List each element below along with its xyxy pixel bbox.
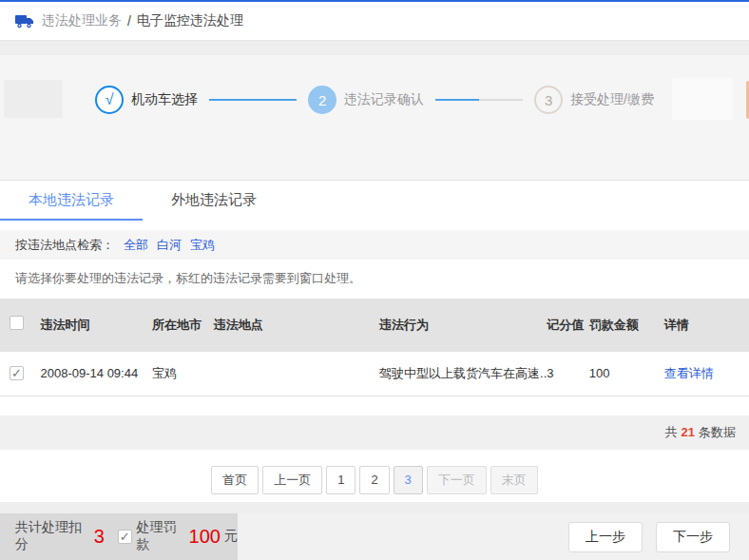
cell-fine: 100 [589,352,664,396]
column-header-fine: 罚款金额 [589,299,664,352]
step-done-check-icon: √ [95,86,124,114]
breadcrumb-section[interactable]: 违法处理业务 [42,12,122,29]
page-prev-button[interactable]: 上一页 [262,466,322,494]
record-count-bar: 共 21 条数据 [0,415,749,450]
violations-table: 违法时间 所在地市 违法地点 违法行为 记分值 罚款金额 详情 2008-09-… [0,299,749,396]
wizard-actions: 上一步 下一步 [555,522,730,552]
filter-label: 按违法地点检索： [15,237,114,254]
step-vehicle-selection: √ 机动车选择 [95,86,198,114]
table-header-row: 违法时间 所在地市 违法地点 违法行为 记分值 罚款金额 详情 [0,299,749,352]
step-label: 机动车选择 [131,91,198,108]
cell-detail: 查看详情 [664,352,749,396]
tab-nonlocal-violations[interactable]: 外地违法记录 [143,181,285,221]
pagination: 首页 上一页 1 2 3 下一页 末页 [0,466,749,494]
column-header-behavior: 违法行为 [379,299,547,352]
column-header-points: 记分值 [547,299,589,352]
cell-behavior: 驾驶中型以上载货汽车在高速... [379,352,547,396]
filter-option-baihe[interactable]: 白河 [157,237,182,254]
breadcrumb-separator: / [127,13,131,29]
step-label: 接受处理/缴费 [570,91,654,108]
column-header-location: 违法地点 [214,299,379,352]
violation-processing-screen: 违法处理业务 / 电子监控违法处理 √ 机动车选择 2 违法记录确认 3 接受处… [0,0,749,560]
table-row: 2008-09-14 09:44 宝鸡 驾驶中型以上载货汽车在高速... 3 1… [0,352,749,396]
page-last-button: 末页 [490,466,538,494]
breadcrumb-current-page: 电子监控违法处理 [137,12,243,29]
cell-city: 宝鸡 [152,352,214,396]
record-count: 21 [682,425,695,439]
record-tabs: 本地违法记录 外地违法记录 [0,181,749,221]
cell-location-redacted [214,352,379,396]
location-filter-bar: 按违法地点检索： 全部 白河 宝鸡 [0,230,749,260]
fine-label: 处理罚款 [137,519,189,553]
page-3-button-current[interactable]: 3 [394,466,423,494]
section-gap [0,41,749,55]
breadcrumb-bar: 违法处理业务 / 电子监控违法处理 [0,0,749,41]
cell-points: 3 [547,352,589,396]
next-step-button[interactable]: 下一步 [656,522,730,552]
stepper-section: √ 机动车选择 2 违法记录确认 3 接受处理/缴费 [0,55,749,180]
step-connector-partial [435,99,523,101]
step-record-confirmation: 2 违法记录确认 [308,86,424,114]
fine-unit: 元 [224,528,238,545]
page-1-button[interactable]: 1 [326,466,355,494]
column-header-city: 所在地市 [152,299,214,352]
column-header-time: 违法时间 [41,299,152,352]
stepper: √ 机动车选择 2 违法记录确认 3 接受处理/缴费 [0,86,749,114]
fine-checkbox[interactable] [118,530,132,544]
points-value: 3 [94,527,105,546]
truck-icon [15,13,34,29]
cell-violation-time: 2008-09-14 09:44 [41,352,152,396]
tab-local-violations[interactable]: 本地违法记录 [0,181,143,221]
fine-value: 100 [189,527,221,546]
records-card: 本地违法记录 外地违法记录 按违法地点检索： 全部 白河 宝鸡 请选择你要处理的… [0,180,749,502]
step-number-badge: 3 [534,86,563,114]
page-first-button[interactable]: 首页 [211,466,259,494]
tab-label: 本地违法记录 [29,191,114,209]
section-gap [0,502,749,513]
count-prefix: 共 [665,424,678,441]
bottom-action-bar: 共计处理扣分 3 处理罚款 100 元 上一步 下一步 [0,513,749,560]
page-next-button: 下一页 [427,466,487,494]
filter-option-all[interactable]: 全部 [124,237,148,254]
points-label: 共计处理扣分 [15,519,94,553]
step-number-badge: 2 [308,86,336,114]
count-suffix: 条数据 [699,424,736,441]
filter-option-baoji[interactable]: 宝鸡 [190,237,215,254]
tab-label: 外地违法记录 [171,191,257,209]
select-all-checkbox[interactable] [10,316,24,330]
instruction-text: 请选择你要处理的违法记录，标红的违法记录需要到窗口处理。 [15,270,749,287]
step-label: 违法记录确认 [344,91,424,108]
step-connector-done [209,99,297,101]
previous-step-button[interactable]: 上一步 [568,522,643,552]
column-header-detail: 详情 [664,299,749,352]
row-checkbox[interactable] [10,366,24,380]
view-detail-link[interactable]: 查看详情 [664,366,714,380]
step-accept-payment: 3 接受处理/缴费 [534,86,654,114]
processing-summary: 共计处理扣分 3 处理罚款 100 元 [0,513,238,560]
page-2-button[interactable]: 2 [359,466,389,494]
